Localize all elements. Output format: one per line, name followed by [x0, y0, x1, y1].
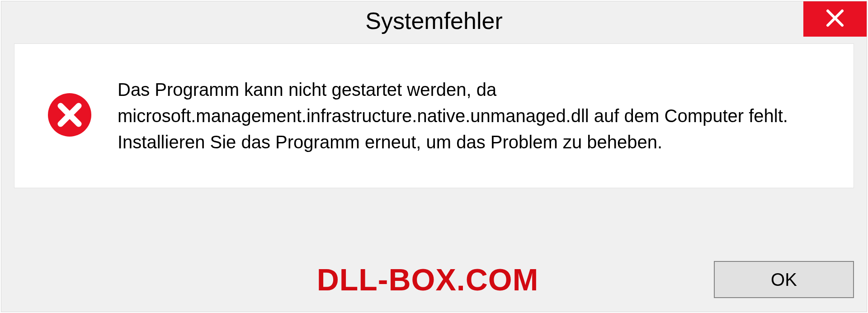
footer: DLL-BOX.COM OK [1, 261, 854, 298]
titlebar: Systemfehler [1, 1, 867, 40]
dialog-title: Systemfehler [365, 7, 502, 34]
content-area: Das Programm kann nicht gestartet werden… [14, 43, 854, 188]
ok-button-label: OK [771, 270, 797, 290]
watermark-text: DLL-BOX.COM [317, 262, 539, 297]
error-dialog: Systemfehler Das Programm kann nicht ges… [1, 1, 867, 312]
error-icon [47, 92, 92, 139]
close-icon [825, 8, 845, 30]
close-button[interactable] [803, 1, 867, 37]
ok-button[interactable]: OK [714, 261, 854, 298]
error-message: Das Programm kann nicht gestartet werden… [118, 76, 831, 155]
